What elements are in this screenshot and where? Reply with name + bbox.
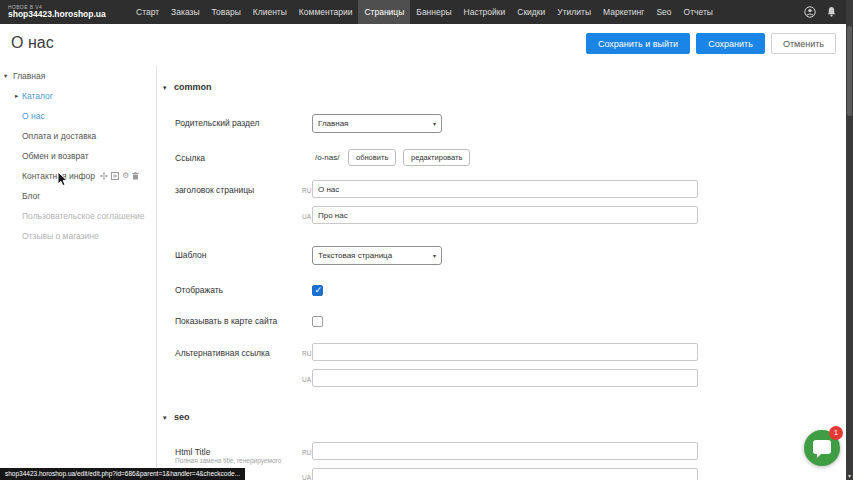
sidebar-item-label: Отзывы о магазине [22,231,99,241]
sitemap-checkbox[interactable] [312,316,323,327]
sidebar-item-exchange-return[interactable]: Обмен и возврат [0,146,156,166]
lang-tag-ru: RU [302,187,311,194]
sidebar-item-contact-info[interactable]: Контактная инфор ⚙ [0,166,156,186]
section-collapse-icon[interactable]: ▾ [163,414,167,422]
drag-move-icon[interactable] [100,172,108,180]
topbar-icons [804,6,837,18]
link-label: Ссылка [175,153,205,163]
sidebar-item-label: Каталог [22,91,53,101]
main-menu: Старт Заказы Товары Клиенты Комментарии … [130,0,719,24]
lang-tag-ru: RU [302,350,311,357]
template-label: Шаблон [175,250,206,260]
display-checkbox[interactable] [312,285,323,296]
link-value: /o-nas/ [315,153,339,162]
page-title-ua-input[interactable] [312,206,698,224]
page-edit-form: ▾ common Родительский раздел Главная ▾ С… [158,66,846,480]
template-select[interactable]: Текстовая страница ▾ [312,246,442,265]
lang-tag-ua: UA [302,213,311,220]
sidebar-item-label: Пользовательское соглашение [22,211,144,221]
sidebar-item-label: Контактная инфор [22,171,95,181]
sidebar-item-user-agreement[interactable]: Пользовательское соглашение [0,206,156,226]
chevron-down-icon[interactable]: ▾ [4,72,7,80]
save-and-exit-button[interactable]: Сохранить и выйти [586,33,690,54]
menu-item-utilities[interactable]: Утилиты [551,0,597,24]
sidebar-item-blog[interactable]: Блог [0,186,156,206]
pages-tree-sidebar: ▾ Главная ▸ Каталог О нас Оплата и доста… [0,66,157,480]
display-label: Отображать [175,285,223,295]
sidebar-item-label: Оплата и доставка [22,131,96,141]
alt-link-ru-input[interactable] [312,343,698,361]
menu-item-marketing[interactable]: Маркетинг [597,0,650,24]
menu-item-settings[interactable]: Настройки [458,0,512,24]
sidebar-item-label: О нас [22,111,45,121]
chat-unread-badge: 1 [829,426,843,440]
chevron-down-icon: ▾ [433,252,436,259]
lang-tag-ua: UA [302,474,311,480]
brand-domain: shop34423.horoshop.ua [8,10,120,19]
sidebar-item-label: Обмен и возврат [22,151,89,161]
lang-tag-ru: RU [302,449,311,456]
link-update-button[interactable]: обновить [348,149,396,166]
page-title: О нас [11,34,54,52]
menu-item-reports[interactable]: Отчеты [678,0,719,24]
vertical-scrollbar[interactable]: ▾ [846,0,853,480]
horoshop-admin-window: НОВОЕ В V4 shop34423.horoshop.ua Старт З… [0,0,853,480]
html-title-ru-input[interactable] [312,442,698,460]
notifications-bell-icon[interactable] [826,6,837,18]
page-title-label: заголовок страницы [175,185,254,195]
menu-item-comments[interactable]: Комментарии [293,0,359,24]
scroll-down-icon[interactable]: ▾ [846,472,853,479]
alt-link-label: Альтернативная ссылка [175,348,270,358]
page-header: О нас Сохранить и выйти Сохранить Отмени… [0,24,846,66]
trash-icon[interactable] [132,172,139,180]
sidebar-item-home[interactable]: ▾ Главная [0,66,156,86]
menu-item-clients[interactable]: Клиенты [247,0,293,24]
chat-bubble-icon [813,440,831,454]
brand-logo[interactable]: НОВОЕ В V4 shop34423.horoshop.ua [8,5,120,19]
user-account-icon[interactable] [804,6,816,18]
save-button[interactable]: Сохранить [696,33,765,54]
parent-section-value: Главная [318,119,348,128]
menu-item-pages[interactable]: Страницы [358,0,410,24]
chevron-right-icon[interactable]: ▸ [15,92,18,100]
menu-item-discounts[interactable]: Скидки [511,0,551,24]
sidebar-item-payment-delivery[interactable]: Оплата и доставка [0,126,156,146]
chevron-down-icon: ▾ [433,120,436,127]
section-collapse-icon[interactable]: ▾ [163,84,167,92]
menu-item-banners[interactable]: Баннеры [410,0,457,24]
add-subpage-icon[interactable] [111,172,119,180]
section-seo-title[interactable]: seo [174,412,190,422]
sidebar-item-catalog[interactable]: ▸ Каталог [0,86,156,106]
topbar: НОВОЕ В V4 shop34423.horoshop.ua Старт З… [0,0,853,24]
parent-section-label: Родительский раздел [175,118,259,128]
html-title-ua-input[interactable] [312,468,698,480]
sidebar-item-about-selected[interactable]: О нас [0,106,156,126]
scrollbar-thumb[interactable] [847,26,852,116]
lang-tag-ua: UA [302,376,311,383]
header-buttons: Сохранить и выйти Сохранить Отменить [586,33,836,54]
html-title-label: Html Title [175,447,210,457]
menu-item-orders[interactable]: Заказы [165,0,205,24]
sidebar-item-label: Главная [13,71,45,81]
sidebar-item-label: Блог [22,191,40,201]
page-title-ru-input[interactable] [312,180,698,198]
sidebar-item-store-reviews[interactable]: Отзывы о магазине [0,226,156,246]
cancel-button[interactable]: Отменить [771,33,836,54]
template-value: Текстовая страница [318,251,392,260]
gear-icon[interactable]: ⚙ [122,172,129,180]
menu-item-seo[interactable]: Seo [650,0,677,24]
parent-section-select[interactable]: Главная ▾ [312,114,442,133]
link-edit-button[interactable]: редактировать [403,149,470,166]
menu-item-start[interactable]: Старт [130,0,165,24]
html-title-hint: Полная замена title, генерируемого [175,457,281,464]
chat-widget-button[interactable]: 1 [804,430,840,466]
status-bar-url: shop34423.horoshop.ua/edit/edit.php?id=6… [0,468,245,480]
sitemap-label: Показывать в карте сайта [175,316,277,326]
section-common-title[interactable]: common [174,82,212,92]
alt-link-ua-input[interactable] [312,369,698,387]
menu-item-products[interactable]: Товары [206,0,247,24]
sidebar-item-hover-actions: ⚙ [100,172,139,180]
